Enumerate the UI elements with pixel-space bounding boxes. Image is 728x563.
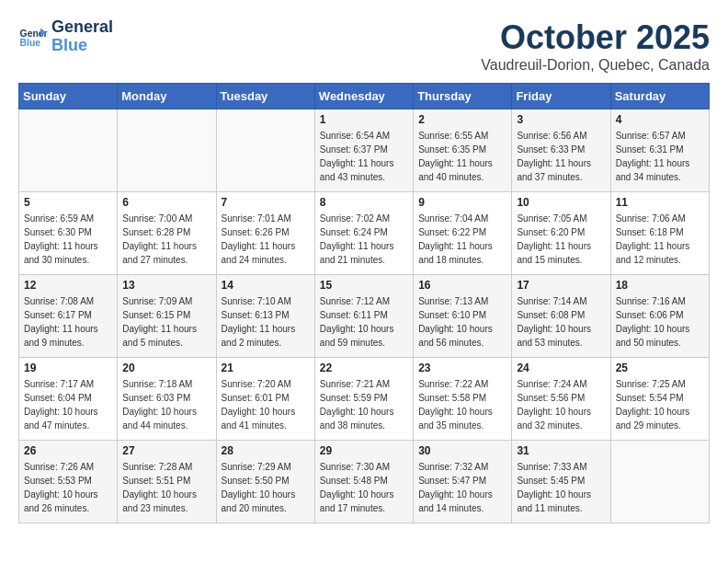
day-info: Sunrise: 7:04 AMSunset: 6:22 PMDaylight:…: [418, 212, 506, 267]
day-number: 24: [517, 362, 605, 374]
calendar-cell: 5Sunrise: 6:59 AMSunset: 6:30 PMDaylight…: [19, 192, 118, 275]
calendar-cell: [118, 109, 216, 192]
calendar-cell: 20Sunrise: 7:18 AMSunset: 6:03 PMDayligh…: [118, 358, 216, 441]
day-info: Sunrise: 7:10 AMSunset: 6:13 PMDaylight:…: [222, 294, 310, 350]
day-info: Sunrise: 7:18 AMSunset: 6:03 PMDaylight:…: [122, 377, 210, 432]
weekday-header-wednesday: Wednesday: [314, 84, 413, 109]
day-info: Sunrise: 7:14 AMSunset: 6:08 PMDaylight:…: [517, 294, 605, 350]
calendar-cell: 30Sunrise: 7:32 AMSunset: 5:47 PMDayligh…: [414, 441, 512, 523]
day-info: Sunrise: 6:57 AMSunset: 6:31 PMDaylight:…: [616, 129, 704, 184]
weekday-header-sunday: Sunday: [19, 84, 118, 109]
day-info: Sunrise: 7:20 AMSunset: 6:01 PMDaylight:…: [222, 377, 310, 432]
day-info: Sunrise: 7:26 AMSunset: 5:53 PMDaylight:…: [24, 460, 112, 515]
calendar-table: SundayMondayTuesdayWednesdayThursdayFrid…: [18, 83, 710, 523]
logo-icon: General Blue: [18, 22, 48, 52]
calendar-cell: 12Sunrise: 7:08 AMSunset: 6:17 PMDayligh…: [19, 275, 118, 358]
day-number: 16: [418, 279, 506, 292]
calendar-cell: 18Sunrise: 7:16 AMSunset: 6:06 PMDayligh…: [610, 275, 709, 358]
calendar-week-4: 19Sunrise: 7:17 AMSunset: 6:04 PMDayligh…: [19, 358, 710, 441]
weekday-header-thursday: Thursday: [414, 84, 512, 109]
weekday-header-friday: Friday: [512, 84, 610, 109]
weekday-header-monday: Monday: [118, 84, 216, 109]
calendar-cell: 14Sunrise: 7:10 AMSunset: 6:13 PMDayligh…: [216, 275, 314, 358]
day-info: Sunrise: 6:59 AMSunset: 6:30 PMDaylight:…: [24, 212, 112, 267]
day-number: 13: [122, 279, 210, 292]
calendar-cell: 19Sunrise: 7:17 AMSunset: 6:04 PMDayligh…: [19, 358, 118, 441]
day-info: Sunrise: 7:02 AMSunset: 6:24 PMDaylight:…: [320, 212, 408, 267]
calendar-week-3: 12Sunrise: 7:08 AMSunset: 6:17 PMDayligh…: [19, 275, 710, 358]
calendar-cell: 7Sunrise: 7:01 AMSunset: 6:26 PMDaylight…: [216, 192, 314, 275]
calendar-cell: 21Sunrise: 7:20 AMSunset: 6:01 PMDayligh…: [216, 358, 314, 441]
day-info: Sunrise: 7:06 AMSunset: 6:18 PMDaylight:…: [616, 212, 704, 267]
calendar-cell: 15Sunrise: 7:12 AMSunset: 6:11 PMDayligh…: [314, 275, 413, 358]
calendar-cell: 25Sunrise: 7:25 AMSunset: 5:54 PMDayligh…: [610, 358, 709, 441]
day-info: Sunrise: 6:56 AMSunset: 6:33 PMDaylight:…: [517, 129, 605, 184]
day-number: 25: [616, 362, 704, 374]
day-number: 9: [418, 196, 506, 209]
calendar-cell: 3Sunrise: 6:56 AMSunset: 6:33 PMDaylight…: [512, 109, 610, 192]
day-number: 6: [122, 196, 210, 209]
day-number: 27: [122, 444, 210, 457]
day-info: Sunrise: 6:55 AMSunset: 6:35 PMDaylight:…: [418, 129, 506, 184]
title-section: October 2025 Vaudreuil-Dorion, Quebec, C…: [481, 18, 710, 74]
day-number: 26: [24, 444, 112, 457]
calendar-cell: 23Sunrise: 7:22 AMSunset: 5:58 PMDayligh…: [414, 358, 512, 441]
day-info: Sunrise: 7:12 AMSunset: 6:11 PMDaylight:…: [320, 294, 408, 350]
calendar-cell: 1Sunrise: 6:54 AMSunset: 6:37 PMDaylight…: [314, 109, 413, 192]
day-info: Sunrise: 7:32 AMSunset: 5:47 PMDaylight:…: [418, 460, 506, 515]
calendar-cell: 31Sunrise: 7:33 AMSunset: 5:45 PMDayligh…: [512, 441, 610, 523]
day-number: 8: [320, 196, 408, 209]
calendar-cell: [610, 441, 709, 523]
day-info: Sunrise: 6:54 AMSunset: 6:37 PMDaylight:…: [320, 129, 408, 184]
calendar-header: SundayMondayTuesdayWednesdayThursdayFrid…: [19, 84, 710, 109]
day-info: Sunrise: 7:17 AMSunset: 6:04 PMDaylight:…: [24, 377, 112, 432]
day-number: 1: [320, 113, 408, 126]
svg-text:Blue: Blue: [20, 38, 41, 48]
weekday-header-saturday: Saturday: [610, 84, 709, 109]
day-info: Sunrise: 7:00 AMSunset: 6:28 PMDaylight:…: [122, 212, 210, 267]
day-number: 3: [517, 113, 605, 126]
logo-text-blue: Blue: [51, 37, 113, 55]
day-number: 29: [320, 444, 408, 457]
day-number: 31: [517, 444, 605, 457]
header: General Blue General Blue October 2025 V…: [18, 18, 710, 74]
calendar-week-1: 1Sunrise: 6:54 AMSunset: 6:37 PMDaylight…: [19, 109, 710, 192]
day-info: Sunrise: 7:09 AMSunset: 6:15 PMDaylight:…: [122, 294, 210, 350]
day-number: 4: [616, 113, 704, 126]
calendar-cell: [216, 109, 314, 192]
logo: General Blue General Blue: [18, 18, 113, 55]
day-info: Sunrise: 7:16 AMSunset: 6:06 PMDaylight:…: [616, 294, 704, 350]
calendar-cell: 28Sunrise: 7:29 AMSunset: 5:50 PMDayligh…: [216, 441, 314, 523]
day-number: 19: [24, 362, 112, 374]
calendar-cell: 27Sunrise: 7:28 AMSunset: 5:51 PMDayligh…: [118, 441, 216, 523]
day-info: Sunrise: 7:24 AMSunset: 5:56 PMDaylight:…: [517, 377, 605, 432]
day-info: Sunrise: 7:22 AMSunset: 5:58 PMDaylight:…: [418, 377, 506, 432]
day-number: 18: [616, 279, 704, 292]
day-number: 23: [418, 362, 506, 374]
calendar-cell: 4Sunrise: 6:57 AMSunset: 6:31 PMDaylight…: [610, 109, 709, 192]
calendar-cell: 26Sunrise: 7:26 AMSunset: 5:53 PMDayligh…: [19, 441, 118, 523]
day-number: 2: [418, 113, 506, 126]
day-number: 10: [517, 196, 605, 209]
day-number: 21: [222, 362, 310, 374]
day-number: 30: [418, 444, 506, 457]
calendar-cell: 29Sunrise: 7:30 AMSunset: 5:48 PMDayligh…: [314, 441, 413, 523]
day-info: Sunrise: 7:28 AMSunset: 5:51 PMDaylight:…: [122, 460, 210, 515]
day-info: Sunrise: 7:05 AMSunset: 6:20 PMDaylight:…: [517, 212, 605, 267]
day-number: 5: [24, 196, 112, 209]
calendar-cell: 13Sunrise: 7:09 AMSunset: 6:15 PMDayligh…: [118, 275, 216, 358]
calendar-cell: [19, 109, 118, 192]
calendar-cell: 16Sunrise: 7:13 AMSunset: 6:10 PMDayligh…: [414, 275, 512, 358]
weekday-header-tuesday: Tuesday: [216, 84, 314, 109]
calendar-cell: 22Sunrise: 7:21 AMSunset: 5:59 PMDayligh…: [314, 358, 413, 441]
day-number: 15: [320, 279, 408, 292]
calendar-cell: 11Sunrise: 7:06 AMSunset: 6:18 PMDayligh…: [610, 192, 709, 275]
calendar-title: October 2025: [481, 18, 710, 57]
day-info: Sunrise: 7:21 AMSunset: 5:59 PMDaylight:…: [320, 377, 408, 432]
calendar-week-2: 5Sunrise: 6:59 AMSunset: 6:30 PMDaylight…: [19, 192, 710, 275]
calendar-cell: 17Sunrise: 7:14 AMSunset: 6:08 PMDayligh…: [512, 275, 610, 358]
day-number: 12: [24, 279, 112, 292]
day-info: Sunrise: 7:25 AMSunset: 5:54 PMDaylight:…: [616, 377, 704, 432]
calendar-cell: 8Sunrise: 7:02 AMSunset: 6:24 PMDaylight…: [314, 192, 413, 275]
day-info: Sunrise: 7:13 AMSunset: 6:10 PMDaylight:…: [418, 294, 506, 350]
